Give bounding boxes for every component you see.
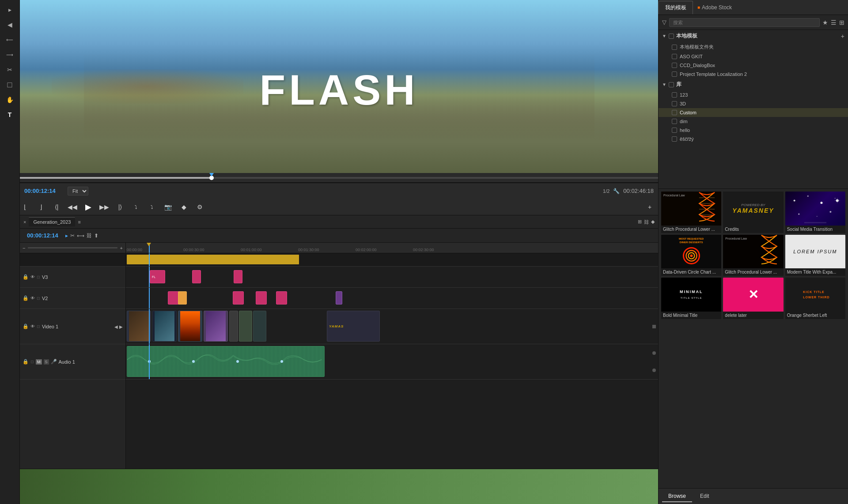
tree-item-hello[interactable]: hello [659,126,848,135]
toolbar-hand[interactable]: ✋ [4,94,16,106]
visibility-v3[interactable]: 👁 [30,275,35,279]
visibility-v1[interactable]: 👁 [30,324,35,329]
wrench-icon[interactable]: 🔧 [613,188,620,194]
overwrite-btn[interactable]: ⤵ [147,202,157,212]
timeline-razor-tool[interactable]: ✂ [70,233,75,239]
go-to-in-btn[interactable]: ⟨| [52,202,61,212]
checkbox-custom[interactable] [672,110,677,115]
timeline-ripple-tool[interactable]: ⟷ [77,233,84,239]
toolbar-razor[interactable]: ✂ [4,64,16,76]
toolbar-ripple-edit[interactable]: ⟵ [4,34,16,46]
star-icon[interactable]: ★ [822,19,828,26]
v3-clip-2[interactable] [192,270,201,283]
checkbox-project-template[interactable] [672,71,677,77]
v1-clip-3[interactable] [178,311,202,342]
a1-clip[interactable] [127,346,325,377]
timeline-selection-tool[interactable]: ▸ [65,233,68,239]
local-templates-header[interactable]: ▼ 本地模板 + [659,30,848,42]
checkbox-3d[interactable] [672,101,677,106]
tree-item-special[interactable]: ěščřžý [659,135,848,143]
close-sequence-btn[interactable]: × [23,219,26,225]
my-templates-tab[interactable]: 我的模板 [659,1,693,14]
library-checkbox[interactable] [669,82,674,87]
v1-clip-6[interactable] [239,311,252,342]
tab-menu-icon[interactable]: ≡ [78,219,80,225]
snap-btn[interactable]: ⊞ [638,219,642,225]
toolbar-type[interactable]: T [4,109,16,121]
checkbox-ccd-dialogbox[interactable] [672,63,677,68]
v1-clip-7[interactable] [253,311,266,342]
thumb-data-driven[interactable]: MOST REQUESTEDDINER DESSERTS Data-Driven… [661,235,721,276]
v1-clip-4[interactable] [204,311,228,342]
list-view-icon[interactable]: ☰ [831,19,837,26]
zoom-slider[interactable] [28,247,117,248]
timeline-link-btn[interactable]: ⛓ [87,233,92,239]
v1-clip-credits[interactable]: YAMAS [327,311,380,342]
thumb-modern-title[interactable]: LOREM IPSUM Modern Title With Expa... [785,235,845,276]
toolbar-track-select-fwd[interactable]: ◀ [4,19,16,31]
add-marker-btn[interactable]: ◆ [651,219,655,225]
fit-dropdown[interactable]: Fit [68,187,88,196]
mark-out-btn[interactable]: ⌋ [36,202,45,212]
thumb-social-media[interactable]: Social Media Transition [785,192,845,233]
tree-item-local-folder[interactable]: 本地模板文件夹 [659,42,848,52]
v1-clip-5[interactable] [229,311,238,342]
adobe-stock-tab[interactable]: ■ Adobe Stock [693,2,736,13]
lock-v2[interactable]: 🔒 [23,295,29,301]
sequence-tab[interactable]: Generation_2023 [29,217,75,226]
tree-item-custom[interactable]: Custom [659,108,848,117]
grid-view-icon[interactable]: ⊞ [839,19,844,26]
search-input[interactable] [669,18,820,27]
mark-in-btn[interactable]: ⌊ [20,202,30,212]
toolbar-selection-tool[interactable]: ▸ [4,4,16,16]
v2-clip-5[interactable] [276,291,287,305]
prev-v1[interactable]: ◀ [114,324,118,329]
export-frame-btn[interactable]: 📷 [163,202,173,212]
step-back-btn[interactable]: ◀◀ [68,202,77,212]
thumb-glitch-proc-lower-2[interactable]: Procedural Law Glitch Procedural Lower .… [723,235,783,276]
settings-btn[interactable]: ⚙ [195,202,204,212]
checkbox-dim[interactable] [672,119,677,124]
go-to-out-btn[interactable]: |⟩ [115,202,125,212]
local-templates-add-btn[interactable]: + [841,33,844,40]
checkbox-special[interactable] [672,136,677,142]
edit-tab[interactable]: Edit [694,491,716,502]
toolbar-slip[interactable]: □ [4,79,16,91]
mic-a1[interactable]: 🎤 [51,359,57,365]
library-header[interactable]: ▼ 库 [659,79,848,90]
thumb-orange-sherbet[interactable]: KICK TITLELOWER THIRD Orange Sherbet Lef… [785,278,845,319]
next-v1[interactable]: ▶ [119,324,123,329]
v2-clip-4[interactable] [256,291,267,305]
thumb-bold-minimal[interactable]: MINIMALTITLE STYLE Bold Minimal Title [661,278,721,319]
linked-select-btn[interactable]: ⛓ [644,219,649,225]
checkbox-aso-gkit[interactable] [672,54,677,59]
v3-clip-1[interactable]: FL [150,270,165,283]
sync-a1[interactable]: ⊡ [30,360,34,364]
insert-btn[interactable]: ⤵ [131,202,141,212]
v1-clip-1[interactable] [127,311,151,342]
visibility-v2[interactable]: 👁 [30,296,35,301]
checkbox-123[interactable] [672,92,677,98]
lock-v3[interactable]: 🔒 [23,274,29,280]
tree-item-123[interactable]: 123 [659,90,848,99]
lock-v1[interactable]: 🔒 [23,323,29,329]
tree-item-3d[interactable]: 3D [659,99,848,108]
browse-tab[interactable]: Browse [662,491,692,502]
lock-a1[interactable]: 🔒 [23,359,29,365]
sync-v3[interactable]: ⊡ [37,275,40,279]
scrubber-bar[interactable] [20,173,658,183]
v4-clip[interactable] [127,255,299,264]
solo-a1[interactable]: S [44,359,49,365]
zoom-out-btn[interactable]: − [23,245,25,251]
zoom-in-btn[interactable]: + [120,245,123,251]
tree-item-project-template[interactable]: Project Template Localization 2 [659,70,848,79]
thumb-delete-later[interactable]: ✕ delete later [723,278,783,319]
sync-v1[interactable]: ⊡ [37,324,40,329]
tree-item-aso-gkit[interactable]: ASO GKIT [659,52,848,61]
v3-clip-3[interactable] [234,270,242,283]
marker-btn[interactable]: ◆ [179,202,189,212]
v2-clip-3[interactable] [233,291,244,305]
tree-item-dim[interactable]: dim [659,117,848,126]
tree-item-ccd-dialogbox[interactable]: CCD_DialogBox [659,61,848,70]
sync-v2[interactable]: ⊡ [37,296,40,301]
